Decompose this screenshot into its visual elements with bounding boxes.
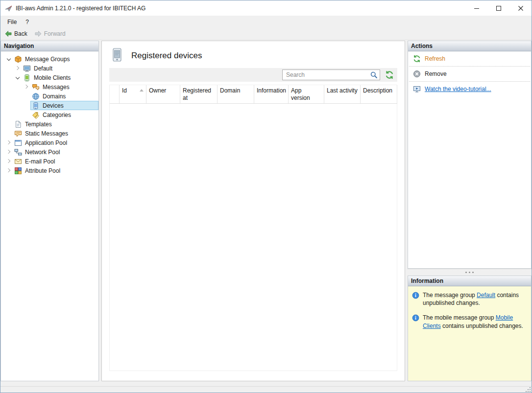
information-panel: Information The message group Default co… [408, 276, 532, 381]
forward-button[interactable]: Forward [34, 30, 66, 38]
chevron-none [5, 130, 13, 138]
refresh-icon [413, 55, 421, 63]
categories-icon [32, 111, 40, 119]
chevron-down-icon[interactable] [5, 55, 13, 63]
application-pool-icon [14, 139, 22, 147]
table-refresh-button[interactable] [385, 70, 394, 79]
page-title: Registered devices [131, 51, 202, 61]
default-group-link[interactable]: Default [477, 292, 495, 299]
action-remove[interactable]: Remove [408, 67, 531, 81]
table-header-row: Id Owner Registered at Domain Informatio… [109, 85, 397, 104]
navigation-toolbar: Back Forward [0, 28, 532, 40]
column-header-registered-at[interactable]: Registered at [180, 85, 218, 103]
minimize-icon [474, 6, 479, 11]
navigation-panel: Navigation Message Groups Default Mobile… [0, 41, 99, 381]
refresh-icon [385, 70, 394, 79]
search-bar [109, 68, 397, 82]
workspace: Navigation Message Groups Default Mobile… [0, 40, 532, 386]
search-input[interactable] [282, 69, 380, 80]
video-icon [413, 85, 421, 93]
search-icon[interactable] [370, 71, 378, 79]
navigation-tree: Message Groups Default Mobile Clients Me… [1, 51, 98, 175]
tree-item-devices[interactable]: Devices [1, 101, 98, 110]
column-header-description[interactable]: Description [361, 85, 397, 103]
templates-icon [14, 120, 22, 128]
back-icon [4, 30, 12, 38]
tree-item-email-pool[interactable]: E-mail Pool [1, 157, 98, 166]
column-header-last-activity[interactable]: Last activity [324, 85, 361, 103]
tree-item-messages[interactable]: Messages [1, 82, 98, 92]
devices-table: Id Owner Registered at Domain Informatio… [109, 85, 397, 371]
table-body-empty [109, 104, 397, 371]
static-messages-icon [14, 130, 22, 138]
tree-item-templates[interactable]: Templates [1, 119, 98, 129]
action-video-tutorial[interactable]: Watch the video-tutorial... [408, 82, 531, 96]
information-header: Information [408, 276, 531, 286]
menu-bar: File ? [0, 16, 532, 28]
tree-item-attribute-pool[interactable]: Attribute Pool [1, 166, 98, 175]
tree-item-mobile-clients[interactable]: Mobile Clients [1, 73, 98, 82]
column-header-id[interactable]: Id [120, 85, 146, 103]
menu-file[interactable]: File [3, 16, 21, 28]
tree-item-static-messages[interactable]: Static Messages [1, 129, 98, 138]
content-header: Registered devices [102, 41, 405, 68]
close-button[interactable] [509, 0, 532, 16]
chevron-right-icon[interactable] [5, 148, 13, 156]
resize-grip-icon[interactable] [525, 387, 531, 393]
messages-icon [32, 83, 40, 91]
menu-help[interactable]: ? [21, 16, 33, 28]
status-bar [0, 386, 532, 393]
forward-icon [34, 30, 42, 38]
chevron-none [23, 92, 30, 100]
attribute-pool-icon [14, 167, 22, 175]
action-refresh[interactable]: Refresh [408, 51, 531, 66]
back-button[interactable]: Back [4, 30, 27, 38]
message-groups-icon [14, 55, 22, 63]
chevron-right-icon[interactable] [14, 65, 22, 72]
column-header-domain[interactable]: Domain [218, 85, 254, 103]
info-message-mobile-clients: The mobile message group Mobile Clients … [412, 314, 527, 329]
tree-item-domains[interactable]: Domains [1, 92, 98, 101]
splitter-dots-icon [469, 272, 470, 273]
chevron-none [5, 120, 13, 128]
right-panel: Actions Refresh Remove Watch the video-t… [408, 41, 532, 381]
chevron-right-icon[interactable] [5, 158, 13, 165]
chevron-down-icon[interactable] [14, 74, 22, 82]
window-title: IBI-aws Admin 1.21.0 - registered for IB… [16, 5, 465, 12]
maximize-button[interactable] [487, 0, 509, 16]
email-pool-icon [14, 158, 22, 165]
mobile-clients-icon [23, 74, 31, 82]
column-header-gutter[interactable] [110, 85, 120, 103]
chevron-right-icon[interactable] [23, 83, 30, 91]
maximize-icon [496, 6, 501, 11]
actions-header: Actions [408, 41, 531, 51]
tree-item-default[interactable]: Default [1, 64, 98, 73]
tree-item-message-groups[interactable]: Message Groups [1, 54, 98, 64]
content-panel: Registered devices Id [101, 41, 405, 381]
tree-item-application-pool[interactable]: Application Pool [1, 138, 98, 147]
chevron-none [23, 102, 30, 110]
chevron-right-icon[interactable] [5, 139, 13, 147]
remove-icon [413, 70, 421, 78]
close-icon [518, 6, 523, 11]
information-body: The message group Default contains unpub… [408, 286, 531, 381]
devices-icon [32, 102, 40, 110]
tree-item-categories[interactable]: Categories [1, 110, 98, 119]
column-header-app-version[interactable]: App version [289, 85, 324, 103]
domains-icon [32, 92, 40, 100]
network-pool-icon [14, 148, 22, 156]
search-box [282, 69, 380, 80]
tree-item-network-pool[interactable]: Network Pool [1, 147, 98, 157]
chevron-none [23, 111, 30, 119]
panel-splitter-handle[interactable] [408, 269, 532, 276]
actions-empty-space [408, 96, 531, 268]
info-icon [412, 314, 419, 322]
column-header-information[interactable]: Information [254, 85, 289, 103]
info-message-default: The message group Default contains unpub… [412, 291, 527, 307]
column-header-owner[interactable]: Owner [146, 85, 180, 103]
minimize-button[interactable] [465, 0, 487, 16]
chevron-right-icon[interactable] [5, 167, 13, 175]
registered-devices-icon [111, 47, 123, 64]
navigation-header: Navigation [1, 41, 98, 51]
title-bar: IBI-aws Admin 1.21.0 - registered for IB… [0, 0, 532, 16]
